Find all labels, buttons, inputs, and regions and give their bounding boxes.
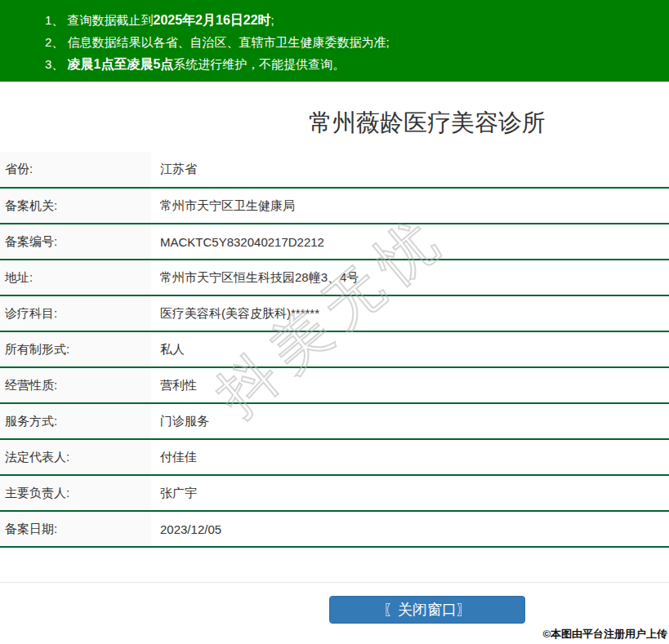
row-value: 门诊服务 [151,403,669,439]
footer-divider [0,582,669,583]
row-label: 所有制形式: [0,331,151,367]
table-row: 所有制形式: 私人 [0,331,669,367]
notice-line: 2、 信息数据结果以各省、自治区、直辖市卫生健康委数据为准; [45,31,669,53]
row-value: 张广宇 [151,475,669,511]
close-window-button[interactable]: 〖关闭窗口〗 [329,596,525,624]
corner-watermark: ©本图由平台注册用户上传 [542,627,667,642]
content-container: 1、 查询数据截止到2025年2月16日22时;2、 信息数据结果以各省、自治区… [0,0,669,624]
row-value: 常州市天宁区恒生科技园28幢3、4号 [151,260,669,295]
row-label: 备案编号: [0,224,151,260]
table-row: 主要负责人: 张广宇 [0,475,669,511]
row-label: 地址: [0,260,151,295]
row-label: 主要负责人: [0,475,151,511]
page-title: 常州薇龄医疗美容诊所 [0,106,669,139]
notice-banner: 1、 查询数据截止到2025年2月16日22时;2、 信息数据结果以各省、自治区… [0,0,669,82]
table-row: 法定代表人: 付佳佳 [0,439,669,475]
row-label: 备案日期: [0,511,151,547]
page: 1、 查询数据截止到2025年2月16日22时;2、 信息数据结果以各省、自治区… [0,0,669,644]
row-value: 私人 [151,331,669,367]
row-value: 付佳佳 [151,439,669,475]
row-label: 法定代表人: [0,439,151,475]
notice-line: 3、 凌晨1点至凌晨5点系统进行维护，不能提供查询。 [45,53,669,75]
notice-line: 1、 查询数据截止到2025年2月16日22时; [45,9,669,31]
row-value: 医疗美容科(美容皮肤科)****** [151,295,669,331]
row-label: 省份: [0,152,151,188]
table-row: 服务方式: 门诊服务 [0,403,669,439]
table-row: 备案机关: 常州市天宁区卫生健康局 [0,188,669,224]
row-value: 营利性 [151,367,669,403]
row-label: 诊疗科目: [0,295,151,331]
row-value: 江苏省 [151,152,669,188]
table-row: 省份: 江苏省 [0,152,669,188]
row-value: 2023/12/05 [151,511,669,547]
button-row: 〖关闭窗口〗 [0,596,669,624]
row-value: MACKTC5Y832040217D2212 [151,224,669,260]
row-label: 备案机关: [0,188,151,224]
table-row: 备案编号: MACKTC5Y832040217D2212 [0,224,669,260]
table-row: 经营性质: 营利性 [0,367,669,403]
row-label: 经营性质: [0,367,151,403]
row-label: 服务方式: [0,403,151,439]
row-value: 常州市天宁区卫生健康局 [151,188,669,224]
table-row: 地址: 常州市天宁区恒生科技园28幢3、4号 [0,260,669,295]
table-row: 备案日期: 2023/12/05 [0,511,669,547]
info-table: 省份: 江苏省 备案机关: 常州市天宁区卫生健康局 备案编号: MACKTC5Y… [0,152,669,548]
table-row: 诊疗科目: 医疗美容科(美容皮肤科)****** [0,295,669,331]
